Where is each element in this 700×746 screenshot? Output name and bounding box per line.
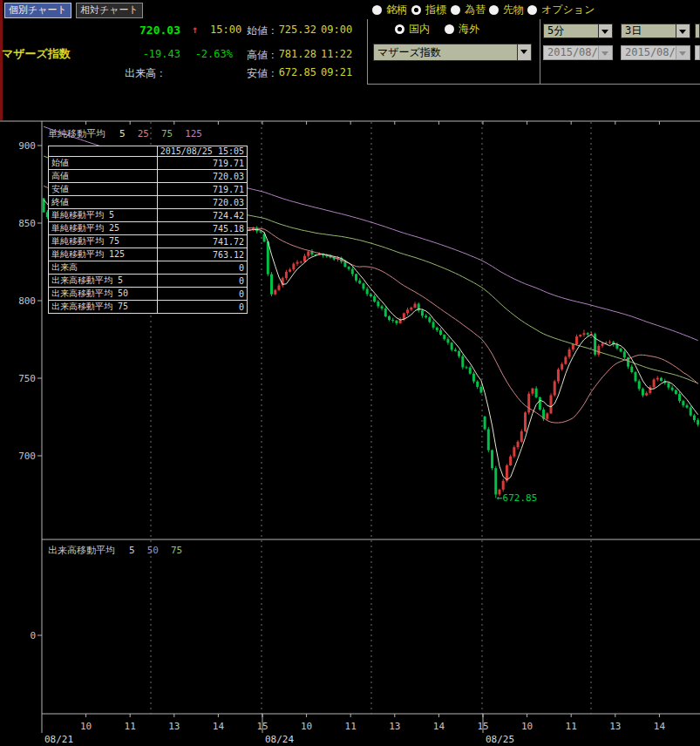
radio-icon [451, 5, 460, 15]
chevron-down-icon [598, 46, 612, 59]
radio-icon [445, 24, 454, 34]
legend-item: 25 [138, 128, 149, 139]
date-to-select: 2015/08/25 [621, 45, 690, 60]
price-change-pct: -2.63% [179, 48, 233, 60]
interval-select[interactable]: 5分 [543, 24, 613, 38]
radio-shihyo[interactable]: 指標 [411, 3, 446, 17]
low-price-annotation: ←672.85 [497, 492, 537, 504]
tooltip-row-value: 720.03 [157, 196, 247, 209]
open-value: 725.32 [277, 24, 316, 36]
symbol-name: マザーズ指数 [2, 46, 71, 62]
clipped-dropdown[interactable] [695, 24, 700, 38]
svg-text:08/21: 08/21 [44, 734, 73, 745]
tooltip-row-value: 763.12 [157, 248, 247, 261]
svg-text:11: 11 [566, 721, 577, 732]
tooltip-row-label: 出来高移動平均 50 [49, 288, 158, 301]
svg-text:14: 14 [433, 721, 445, 732]
tooltip-row-value: 0 [157, 301, 247, 314]
low-value: 672.85 [277, 66, 316, 78]
tooltip-row-label: 単純移動平均 125 [49, 248, 158, 261]
svg-text:13: 13 [389, 721, 400, 732]
chevron-down-icon[interactable] [598, 24, 612, 37]
radio-kawase[interactable]: 為替 [451, 3, 486, 17]
last-price: 720.03 [126, 24, 180, 37]
svg-text:900: 900 [18, 140, 36, 152]
tooltip-row-label: 安値 [49, 183, 158, 196]
radio-sakimono[interactable]: 先物 [489, 3, 524, 17]
svg-text:850: 850 [18, 218, 36, 229]
radio-kokunai[interactable]: 国内 [395, 22, 430, 37]
tooltip-row-label: 出来高移動平均 5 [49, 275, 158, 288]
tooltip-empty-cell [49, 146, 158, 157]
open-label: 始値： [247, 24, 278, 38]
high-label: 高値： [247, 48, 278, 63]
low-time: 09:21 [321, 66, 352, 78]
sma-legend: 単純移動平均52575125 [48, 127, 214, 140]
tooltip-row-label: 出来高移動平均 75 [49, 301, 158, 314]
radio-option[interactable]: オプション [527, 3, 595, 17]
tooltip-row-value: 720.03 [157, 170, 247, 183]
tab-relative-chart[interactable]: 相対チャート [76, 3, 143, 18]
tooltip-row-label: 始値 [49, 157, 158, 170]
svg-text:10: 10 [521, 721, 533, 732]
tooltip-table-body: 2015/08/25 15:05 始値719.71高値720.03安値719.7… [49, 146, 248, 314]
legend-item: 75 [171, 545, 182, 556]
legend-item: 5 [119, 128, 126, 139]
legend-item: 50 [147, 545, 159, 556]
svg-text:14: 14 [654, 721, 666, 732]
price-change: -19.43 [126, 48, 180, 60]
radio-icon [489, 5, 499, 15]
svg-text:10: 10 [301, 721, 312, 732]
tooltip-row-label: 出来高 [49, 261, 158, 275]
tooltip-row-label: 単純移動平均 5 [49, 209, 158, 222]
period-select[interactable]: 3日 [621, 24, 690, 38]
svg-text:08/25: 08/25 [486, 734, 514, 745]
high-value: 781.28 [277, 48, 316, 60]
svg-text:13: 13 [168, 721, 180, 732]
chevron-down-icon[interactable] [676, 24, 690, 37]
chevron-down-icon[interactable] [517, 44, 531, 60]
radio-icon [527, 5, 537, 15]
radio-icon [372, 5, 382, 15]
up-arrow-icon: ↑ [192, 24, 198, 36]
tooltip-row-value: 719.71 [157, 183, 247, 196]
radio-kaigai[interactable]: 海外 [445, 22, 479, 37]
svg-text:750: 750 [18, 373, 36, 384]
svg-text:800: 800 [18, 295, 36, 307]
tooltip-row-value: 741.72 [157, 235, 247, 248]
radio-icon-selected [411, 5, 421, 15]
tooltip-row-value: 0 [157, 288, 247, 301]
tooltip-row-value: 745.18 [157, 222, 247, 235]
low-label: 安値： [247, 66, 278, 81]
svg-text:13: 13 [609, 721, 621, 732]
legend-item: 75 [161, 128, 173, 139]
tab-individual-chart[interactable]: 個別チャート [4, 3, 71, 18]
chevron-down-icon [676, 46, 690, 59]
svg-text:08/24: 08/24 [265, 734, 294, 745]
volume-sma-legend: 出来高移動平均55075 [48, 544, 194, 557]
last-time: 15:00 [210, 24, 241, 36]
tooltip-row-value: 0 [157, 275, 247, 288]
tooltip-row-value: 719.71 [157, 157, 247, 170]
tooltip-row-value: 724.42 [157, 209, 247, 222]
header-divider-vertical-1 [367, 19, 368, 85]
header-divider-horizontal [367, 84, 700, 85]
tooltip-row-label: 高値 [49, 170, 158, 183]
chart-canvas[interactable]: 101113141508/21101113141508/241011131408… [0, 0, 700, 746]
tooltip-row-label: 単純移動平均 75 [49, 235, 158, 248]
legend-item: 125 [185, 128, 202, 139]
svg-text:11: 11 [125, 721, 136, 732]
svg-text:0: 0 [30, 630, 36, 641]
tooltip-datetime: 2015/08/25 15:05 [157, 146, 247, 157]
tooltip-row-label: 単純移動平均 25 [49, 222, 158, 235]
svg-text:14: 14 [213, 721, 225, 732]
radio-meigara[interactable]: 銘柄 [372, 3, 407, 17]
open-time: 09:00 [321, 24, 352, 36]
symbol-select[interactable]: マザーズ指数 [373, 44, 532, 61]
svg-text:10: 10 [80, 721, 92, 732]
volume-label: 出来高： [125, 66, 167, 81]
radio-icon-selected [395, 24, 404, 34]
legend-item: 5 [129, 545, 135, 556]
tooltip-row-value: 0 [157, 261, 247, 275]
clipped-dropdown [695, 45, 700, 60]
